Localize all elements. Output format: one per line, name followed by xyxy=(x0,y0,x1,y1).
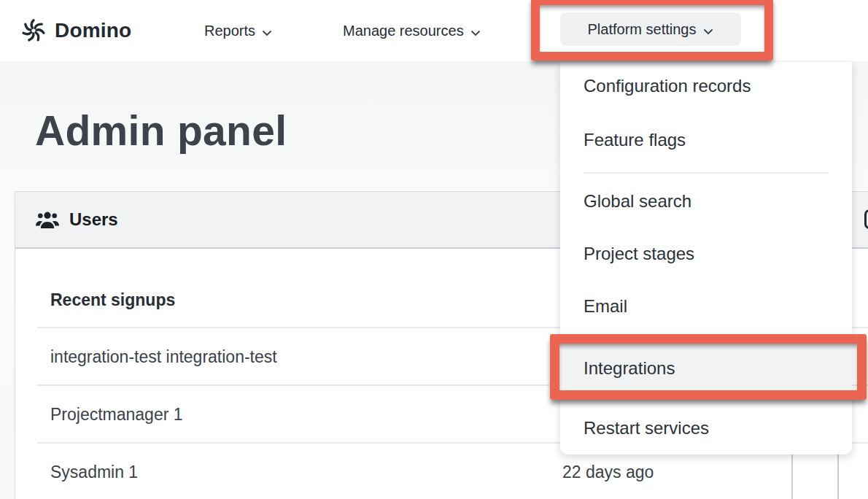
page-title: Admin panel xyxy=(35,107,287,155)
platform-settings-dropdown: Configuration records Feature flags Glob… xyxy=(560,62,852,454)
nav-manage-resources[interactable]: Manage resources xyxy=(343,0,481,61)
menu-item-label: Integrations xyxy=(584,358,675,379)
menu-item-email[interactable]: Email xyxy=(560,283,852,330)
chevron-down-icon xyxy=(470,23,481,40)
users-card-title: Users xyxy=(69,209,118,230)
top-navbar: Domino Reports Manage resources Platform… xyxy=(0,0,868,61)
user-name: integration-test integration-test xyxy=(50,347,277,367)
menu-item-project-stages[interactable]: Project stages xyxy=(560,231,852,277)
nav-reports[interactable]: Reports xyxy=(204,0,272,61)
menu-item-label: Restart services xyxy=(584,418,709,438)
user-name: Sysadmin 1 xyxy=(50,463,138,482)
signup-age: 22 days ago xyxy=(562,463,654,482)
users-icon xyxy=(36,210,59,229)
brand-name: Domino xyxy=(55,19,131,42)
menu-item-label: Global search xyxy=(584,191,691,212)
card-corner-button-icon[interactable] xyxy=(864,209,868,229)
menu-item-integrations[interactable]: Integrations xyxy=(560,337,852,400)
menu-divider xyxy=(584,172,829,174)
menu-item-label: Email xyxy=(584,296,627,317)
nav-reports-label: Reports xyxy=(204,23,255,39)
nav-platform-settings[interactable]: Platform settings xyxy=(560,12,741,46)
chevron-down-icon xyxy=(262,23,272,40)
brand-logo[interactable]: Domino xyxy=(20,0,131,61)
user-name: Projectmanager 1 xyxy=(50,405,183,425)
menu-item-label: Configuration records xyxy=(584,76,751,96)
chevron-down-icon xyxy=(703,22,713,39)
nav-manage-resources-label: Manage resources xyxy=(343,23,464,39)
menu-item-restart-services[interactable]: Restart services xyxy=(560,405,852,452)
nav-platform-settings-label: Platform settings xyxy=(588,21,697,38)
menu-item-feature-flags[interactable]: Feature flags xyxy=(560,117,852,163)
menu-item-label: Feature flags xyxy=(584,130,686,150)
menu-item-configuration-records[interactable]: Configuration records xyxy=(560,63,852,109)
menu-item-global-search[interactable]: Global search xyxy=(560,178,852,225)
menu-item-label: Project stages xyxy=(584,244,694,264)
recent-signups-label: Recent signups xyxy=(50,290,175,310)
domino-pinwheel-icon xyxy=(20,18,47,44)
